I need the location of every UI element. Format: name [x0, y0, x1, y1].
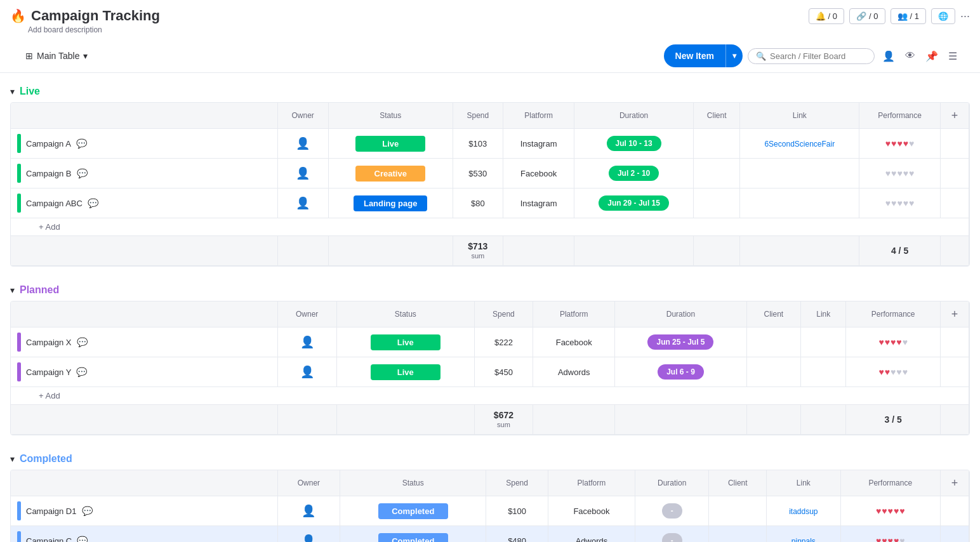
duration-badge[interactable]: Jul 10 - 13: [607, 136, 661, 151]
campaign-name[interactable]: Campaign D1: [26, 506, 77, 516]
add-col-planned-btn[interactable]: +: [947, 307, 962, 322]
add-row[interactable]: + Add: [11, 387, 969, 405]
status-cell[interactable]: Completed: [340, 526, 486, 543]
add-item-btn[interactable]: + Add: [11, 218, 969, 236]
group-completed-chevron[interactable]: ▾: [10, 454, 15, 464]
duration-badge[interactable]: -: [662, 533, 682, 542]
owner-cell[interactable]: 👤: [277, 357, 336, 387]
duration-cell[interactable]: Jul 2 - 10: [574, 159, 694, 188]
status-cell[interactable]: Live: [336, 357, 474, 387]
owner-cell[interactable]: 👤: [277, 327, 336, 357]
board-subtitle[interactable]: Add board description: [10, 25, 970, 34]
platform-cell[interactable]: Facebook: [533, 327, 615, 357]
spend-cell[interactable]: $222: [474, 327, 533, 357]
new-item-arrow-icon[interactable]: ▾: [726, 46, 743, 65]
link-anchor[interactable]: itaddsup: [789, 507, 818, 516]
notifications-btn[interactable]: 🔔 / 0: [809, 8, 844, 24]
client-cell[interactable]: [746, 357, 801, 387]
platform-cell[interactable]: Adwords: [533, 357, 615, 387]
owner-cell[interactable]: 👤: [277, 526, 340, 543]
duration-badge[interactable]: Jun 29 - Jul 15: [599, 195, 669, 211]
duration-cell[interactable]: -: [635, 526, 708, 543]
link-anchor[interactable]: pinpals: [791, 537, 816, 543]
group-live-chevron[interactable]: ▾: [10, 86, 15, 96]
duration-badge[interactable]: Jul 2 - 10: [609, 166, 659, 181]
spend-cell[interactable]: $530: [453, 159, 503, 188]
status-cell[interactable]: Live: [328, 129, 453, 159]
platform-cell[interactable]: Facebook: [503, 159, 574, 188]
board-title[interactable]: Campaign Tracking: [31, 8, 160, 24]
main-table-btn[interactable]: ⊞ Main Table ▾: [20, 47, 93, 65]
invite-btn[interactable]: 🔗 / 0: [849, 8, 885, 24]
share-btn[interactable]: 🌐: [931, 8, 955, 24]
duration-cell[interactable]: Jul 10 - 13: [574, 129, 694, 159]
client-cell[interactable]: [693, 159, 740, 188]
status-cell[interactable]: Live: [336, 327, 474, 357]
client-cell[interactable]: [746, 327, 801, 357]
client-cell[interactable]: [693, 129, 740, 159]
duration-cell[interactable]: -: [635, 496, 708, 526]
owner-cell[interactable]: 👤: [277, 129, 328, 159]
group-planned-title[interactable]: Planned: [20, 284, 59, 296]
chat-icon[interactable]: 💬: [77, 337, 88, 347]
status-cell[interactable]: Completed: [340, 496, 486, 526]
campaign-name[interactable]: Campaign ABC: [26, 199, 83, 208]
eye-btn[interactable]: 👁: [903, 48, 918, 64]
status-badge[interactable]: Completed: [378, 533, 448, 543]
user-filter-btn[interactable]: 👤: [880, 48, 897, 65]
status-badge[interactable]: Live: [371, 334, 440, 350]
link-cell[interactable]: pinpals: [767, 526, 840, 543]
link-cell[interactable]: itaddsup: [767, 496, 840, 526]
group-completed-title[interactable]: Completed: [20, 453, 72, 465]
campaign-name[interactable]: Campaign B: [26, 169, 72, 178]
campaign-name[interactable]: Campaign C: [26, 536, 72, 543]
platform-cell[interactable]: Adwords: [548, 526, 635, 543]
group-planned-chevron[interactable]: ▾: [10, 285, 15, 295]
group-live-title[interactable]: Live: [20, 86, 40, 97]
status-badge[interactable]: Live: [355, 136, 425, 152]
client-cell[interactable]: [709, 496, 767, 526]
link-cell[interactable]: [740, 188, 859, 218]
search-input[interactable]: [770, 51, 866, 61]
duration-badge[interactable]: -: [662, 503, 682, 519]
owner-cell[interactable]: 👤: [277, 159, 328, 188]
platform-cell[interactable]: Instagram: [503, 188, 574, 218]
filter-btn[interactable]: ☰: [946, 48, 960, 65]
link-cell[interactable]: [801, 357, 846, 387]
link-cell[interactable]: [740, 159, 859, 188]
new-item-btn[interactable]: New Item ▾: [664, 44, 743, 67]
status-badge[interactable]: Creative: [355, 166, 425, 182]
spend-cell[interactable]: $450: [474, 357, 533, 387]
more-options-btn[interactable]: ···: [960, 10, 970, 23]
status-badge[interactable]: Completed: [378, 503, 448, 519]
link-cell[interactable]: [801, 327, 846, 357]
chat-icon[interactable]: 💬: [77, 536, 88, 542]
chat-icon[interactable]: 💬: [88, 198, 98, 208]
platform-cell[interactable]: Facebook: [548, 496, 635, 526]
duration-cell[interactable]: Jun 25 - Jul 5: [615, 327, 746, 357]
spend-cell[interactable]: $480: [486, 526, 548, 543]
spend-cell[interactable]: $100: [486, 496, 548, 526]
duration-badge[interactable]: Jul 6 - 9: [658, 364, 704, 380]
members-btn[interactable]: 👥 / 1: [891, 8, 926, 24]
chat-icon[interactable]: 💬: [76, 138, 87, 149]
status-cell[interactable]: Landing page: [328, 188, 453, 218]
platform-cell[interactable]: Instagram: [503, 129, 574, 159]
status-badge[interactable]: Live: [371, 364, 440, 380]
campaign-name[interactable]: Campaign Y: [26, 367, 71, 377]
status-cell[interactable]: Creative: [328, 159, 453, 188]
spend-cell[interactable]: $103: [453, 129, 503, 159]
search-box[interactable]: 🔍: [748, 48, 875, 64]
duration-badge[interactable]: Jun 25 - Jul 5: [647, 334, 713, 350]
add-col-completed-btn[interactable]: +: [947, 475, 962, 491]
owner-cell[interactable]: 👤: [277, 188, 328, 218]
campaign-name[interactable]: Campaign X: [26, 338, 72, 347]
client-cell[interactable]: [709, 526, 767, 543]
add-col-live-btn[interactable]: +: [947, 108, 962, 123]
link-cell[interactable]: 6SecondScienceFair: [740, 129, 859, 159]
status-badge[interactable]: Landing page: [354, 195, 428, 211]
chat-icon[interactable]: 💬: [77, 168, 88, 178]
chat-icon[interactable]: 💬: [82, 506, 93, 516]
campaign-name[interactable]: Campaign A: [26, 139, 71, 149]
add-item-btn[interactable]: + Add: [11, 387, 969, 405]
